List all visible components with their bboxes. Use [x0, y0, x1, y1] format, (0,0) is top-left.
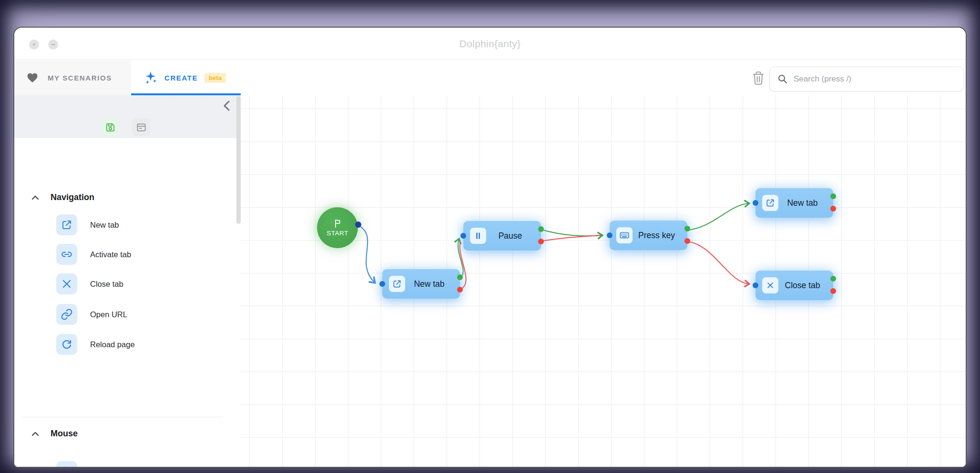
sidebar-item-label: New tab — [90, 221, 119, 230]
window-title: Dolphin{anty} — [14, 38, 966, 50]
sidebar-scrollbar-thumb[interactable] — [236, 96, 241, 224]
node-pause[interactable]: Pause — [463, 221, 541, 251]
section-navigation[interactable]: Navigation — [31, 192, 94, 202]
node-close-tab[interactable]: Close tab — [755, 271, 833, 300]
panel-icon — [136, 122, 147, 133]
input-port[interactable] — [460, 233, 466, 239]
input-port[interactable] — [753, 282, 758, 288]
node-new-tab-1[interactable]: New tab — [382, 269, 460, 299]
sidebar-item-activate-tab[interactable]: Activate tab — [56, 244, 131, 265]
keyboard-icon — [616, 227, 633, 243]
sidebar-item-label: Open URL — [90, 310, 127, 319]
section-divider — [23, 417, 223, 417]
tab-create[interactable]: CREATE beta — [131, 60, 241, 95]
tab-my-scenarios-label: MY SCENARIOS — [48, 74, 112, 82]
error-port[interactable] — [684, 238, 690, 244]
click-icon — [56, 461, 77, 468]
success-port[interactable] — [538, 226, 544, 232]
node-label: New tab — [778, 198, 827, 208]
sidebar-item-new-tab[interactable]: New tab — [56, 214, 119, 235]
section-mouse-label: Mouse — [51, 429, 78, 439]
sparkles-icon — [144, 71, 158, 84]
app-window: Dolphin{anty} MY SCENARIOS CREATE beta — [13, 27, 967, 468]
node-label: Pause — [486, 231, 534, 241]
sidebar-item-label: Close tab — [90, 280, 123, 289]
collapse-sidebar-button[interactable] — [221, 99, 233, 112]
flow-edges — [241, 95, 967, 468]
open-url-icon — [56, 304, 77, 325]
node-label: Close tab — [778, 281, 827, 291]
title-bar: Dolphin{anty} — [14, 28, 966, 60]
input-port[interactable] — [753, 200, 758, 206]
success-port[interactable] — [830, 193, 836, 199]
edge-pause-error-to-presskey[interactable] — [541, 235, 601, 241]
search-input[interactable] — [794, 74, 956, 84]
close-tab-icon — [762, 277, 778, 293]
sidebar-item-label: Click — [90, 467, 107, 468]
success-port[interactable] — [830, 276, 836, 282]
chevron-left-icon — [221, 99, 233, 112]
error-port[interactable] — [830, 288, 836, 294]
search-icon — [777, 74, 788, 84]
edge-pause-success-to-presskey[interactable] — [541, 230, 602, 236]
new-tab-icon — [762, 195, 778, 211]
section-mouse[interactable]: Mouse — [31, 429, 78, 439]
flow-canvas[interactable]: START New tab — [241, 95, 967, 468]
save-scenario-button[interactable] — [101, 118, 119, 136]
sidebar-item-label: Reload page — [90, 340, 135, 349]
panel-view-button[interactable] — [132, 118, 150, 136]
delete-scenario-button[interactable] — [752, 71, 765, 85]
blocks-sidebar: Navigation New tab — [14, 95, 241, 468]
success-port[interactable] — [684, 226, 690, 231]
error-port[interactable] — [538, 239, 544, 244]
reload-icon — [56, 334, 77, 355]
new-tab-icon — [56, 214, 77, 235]
sidebar-item-close-tab[interactable]: Close tab — [56, 273, 123, 294]
tab-my-scenarios[interactable]: MY SCENARIOS — [14, 60, 131, 95]
edge-presskey-error-to-closetab[interactable] — [687, 242, 749, 284]
start-node[interactable]: START — [317, 207, 358, 248]
search-box — [769, 67, 964, 91]
sidebar-item-click[interactable]: Click — [56, 461, 107, 468]
heart-icon — [27, 72, 38, 83]
save-icon — [105, 122, 116, 133]
error-port[interactable] — [457, 287, 463, 292]
sidebar-item-reload-page[interactable]: Reload page — [56, 334, 135, 355]
edge-start-to-newtab[interactable] — [358, 225, 375, 282]
new-tab-icon — [389, 276, 405, 292]
beta-badge: beta — [204, 73, 226, 83]
edge-presskey-success-to-newtab[interactable] — [687, 203, 749, 230]
success-port[interactable] — [457, 274, 463, 280]
chevron-up-icon — [31, 432, 39, 436]
activate-tab-icon — [56, 244, 77, 265]
toolbar: MY SCENARIOS CREATE beta — [14, 60, 966, 95]
flag-icon — [333, 219, 342, 228]
section-navigation-label: Navigation — [51, 192, 94, 202]
start-node-label: START — [327, 230, 348, 237]
sidebar-header — [14, 95, 241, 138]
sidebar-item-label: Activate tab — [90, 250, 131, 259]
sidebar-item-open-url[interactable]: Open URL — [56, 304, 127, 325]
trash-icon — [752, 71, 765, 85]
close-tab-icon — [56, 273, 77, 294]
start-output-port[interactable] — [355, 221, 361, 228]
node-press-key[interactable]: Press key — [610, 221, 687, 250]
node-label: New tab — [405, 279, 453, 289]
pause-icon — [470, 228, 486, 244]
node-label: Press key — [633, 231, 681, 241]
chevron-up-icon — [31, 195, 39, 200]
node-new-tab-2[interactable]: New tab — [755, 188, 833, 218]
tab-create-label: CREATE — [164, 74, 198, 82]
input-port[interactable] — [379, 281, 385, 287]
error-port[interactable] — [830, 206, 836, 211]
input-port[interactable] — [607, 232, 612, 238]
